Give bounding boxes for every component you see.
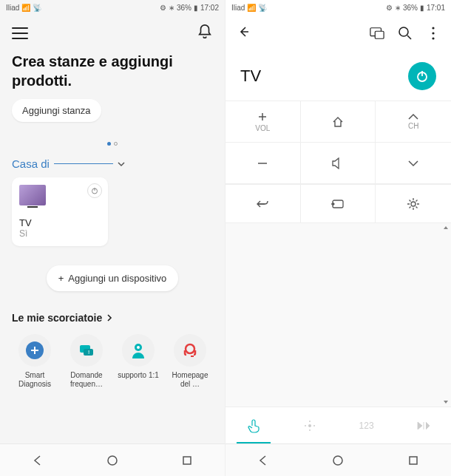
back-button[interactable]	[236, 24, 251, 42]
nav-home-button[interactable]	[330, 452, 346, 469]
add-device-button[interactable]: + Aggiungi un dispositivo	[47, 265, 179, 291]
vol-label: VOL	[255, 124, 270, 132]
svg-point-28	[333, 456, 342, 465]
ch-label: CH	[408, 122, 418, 130]
wifi-icon: 📡	[258, 4, 267, 12]
tab-dpad[interactable]	[282, 407, 338, 443]
tab-playback[interactable]	[395, 407, 451, 443]
volume-down-button[interactable]	[226, 143, 301, 184]
plus-icon: +	[58, 273, 64, 284]
scroll-indicator	[444, 226, 448, 404]
house-label: Casa di	[12, 157, 50, 170]
input-button[interactable]	[301, 185, 376, 223]
search-button[interactable]	[398, 26, 413, 41]
svg-point-8	[186, 344, 194, 353]
device-status: Sì	[19, 228, 101, 239]
time-label: 17:02	[200, 4, 219, 12]
android-navbar	[0, 443, 225, 476]
tab-numpad[interactable]: 123	[339, 407, 395, 443]
power-button[interactable]	[408, 62, 436, 90]
tab-touch[interactable]	[226, 407, 282, 443]
home-button[interactable]	[301, 101, 376, 143]
menu-button[interactable]	[12, 27, 28, 39]
shortcuts-row: Smart Diagnosis ! Domande frequen… suppo…	[12, 334, 213, 389]
android-navbar	[226, 443, 451, 476]
bt-icon: ∗	[395, 4, 401, 12]
bt-icon: ∗	[169, 4, 174, 12]
main-content: Crea stanze e aggiungi prodotti. Aggiung…	[0, 52, 225, 443]
svg-point-13	[399, 27, 408, 36]
nav-recent-button[interactable]	[179, 452, 195, 469]
battery-icon: ▮	[420, 4, 424, 12]
nav-back-button[interactable]	[255, 452, 271, 469]
right-screen: Iliad 📶 📡 ⚙ ∗ 36% ▮ 17:01 TV	[226, 0, 451, 476]
shortcut-faq[interactable]: ! Domande frequen…	[64, 334, 109, 389]
svg-rect-29	[410, 457, 417, 464]
svg-point-17	[432, 37, 434, 39]
remote-mode-tabs: 123	[226, 407, 451, 443]
more-button[interactable]	[426, 26, 441, 41]
left-screen: Iliad 📶 📡 ⚙ ∗ 36% ▮ 17:02 Crea stanze e …	[0, 0, 226, 476]
battery-icon: ▮	[194, 4, 198, 12]
svg-point-15	[432, 27, 434, 29]
page-indicator	[12, 135, 213, 149]
signal-icon: 📶	[247, 4, 256, 12]
notifications-button[interactable]	[197, 24, 213, 43]
svg-point-9	[108, 456, 117, 465]
svg-point-24	[309, 421, 311, 422]
svg-point-16	[432, 32, 434, 34]
add-room-button[interactable]: Aggiungi stanza	[12, 99, 101, 122]
gear-icon: ⚙	[386, 4, 393, 12]
status-bar: Iliad 📶 📡 ⚙ ∗ 36% ▮ 17:02	[0, 0, 225, 15]
svg-line-14	[407, 35, 411, 39]
svg-rect-10	[183, 457, 191, 464]
touchpad-area[interactable]	[226, 223, 451, 407]
shortcut-smart-diagnosis[interactable]: Smart Diagnosis	[12, 334, 58, 389]
chevron-right-icon	[106, 314, 112, 322]
svg-text:!: !	[88, 349, 89, 356]
svg-point-22	[411, 202, 416, 206]
svg-point-26	[305, 425, 306, 426]
carrier-label: Iliad	[6, 4, 19, 12]
channel-down-button[interactable]	[376, 143, 451, 184]
device-card-tv[interactable]: TV Sì	[12, 177, 108, 246]
device-title: TV	[240, 67, 261, 86]
volume-up-button[interactable]: VOL	[226, 101, 301, 143]
settings-button[interactable]	[376, 185, 451, 223]
nav-home-button[interactable]	[104, 452, 121, 469]
battery-label: 36%	[177, 4, 191, 12]
time-label: 17:01	[427, 4, 445, 12]
svg-point-27	[313, 425, 315, 426]
mute-button[interactable]	[301, 143, 376, 184]
tv-icon	[19, 185, 46, 205]
device-power-button[interactable]	[87, 183, 102, 198]
svg-point-23	[308, 424, 311, 427]
bluetooth-icon: ⚙	[160, 4, 166, 12]
nav-back-button[interactable]	[30, 452, 46, 469]
app-header	[0, 15, 225, 52]
svg-rect-12	[375, 31, 384, 38]
status-bar: Iliad 📶 📡 ⚙ ∗ 36% ▮ 17:01	[226, 0, 451, 15]
battery-label: 36%	[403, 4, 418, 12]
shortcut-homepage[interactable]: Homepage del …	[167, 334, 213, 389]
signal-icon: 📶	[21, 4, 30, 12]
shortcut-support[interactable]: supporto 1:1	[115, 334, 161, 389]
page-title: Crea stanze e aggiungi prodotti.	[12, 52, 213, 90]
nav-recent-button[interactable]	[405, 452, 421, 469]
cast-button[interactable]	[370, 26, 384, 41]
svg-point-7	[137, 346, 140, 349]
chevron-down-icon	[118, 160, 125, 168]
shortcuts-header[interactable]: Le mie scorciatoie	[12, 312, 213, 324]
remote-back-button[interactable]	[226, 185, 301, 223]
channel-up-button[interactable]: CH	[376, 101, 451, 143]
device-title-row: TV	[226, 52, 451, 101]
device-name: TV	[19, 217, 101, 228]
remote-grid-2	[226, 184, 451, 223]
carrier-label: Iliad	[231, 4, 245, 12]
remote-grid: VOL CH	[226, 101, 451, 184]
wifi-icon: 📡	[33, 4, 41, 12]
svg-point-25	[309, 429, 311, 431]
remote-header	[226, 15, 451, 52]
house-selector[interactable]: Casa di	[12, 157, 213, 170]
